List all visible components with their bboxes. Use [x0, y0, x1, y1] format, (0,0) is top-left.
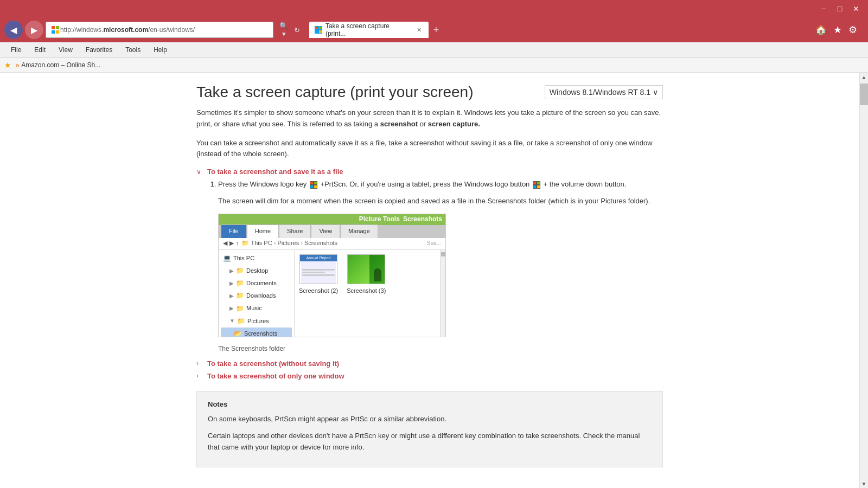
path-pictures: Pictures: [277, 240, 299, 246]
expand-arrow: ▶: [229, 267, 234, 275]
note-1: On some keyboards, PrtScn might appear a…: [208, 414, 652, 425]
explorer-tab-view[interactable]: View: [311, 224, 340, 238]
windows-logo-icon: [52, 26, 59, 34]
ribbon-bar: Picture Tools Screenshots: [219, 214, 445, 225]
section-3: › To take a screenshot of only one windo…: [196, 372, 663, 380]
expand-arrow2: ▶: [229, 279, 234, 288]
explorer-tab-manage[interactable]: Manage: [340, 224, 378, 238]
downloads-folder-icon: 📁: [236, 291, 244, 301]
tab-close-button[interactable]: ✕: [414, 25, 423, 34]
section-1-step-1: Press the Windows logo key +PrtScn. Or, …: [218, 179, 663, 354]
maximize-button[interactable]: □: [832, 3, 847, 14]
browser-body: Take a screen capture (print your screen…: [0, 73, 868, 488]
os-selector[interactable]: Windows 8.1/Windows RT 8.1 ∨: [545, 85, 663, 99]
explorer-scrollbar[interactable]: [440, 250, 445, 337]
notes-title: Notes: [208, 400, 652, 408]
path-text: This PC › Pictures › Screenshots: [251, 239, 338, 248]
menu-view[interactable]: View: [52, 44, 79, 56]
sidebar-music[interactable]: ▶ 📁 Music: [221, 303, 292, 315]
os-selector-label: Windows 8.1/Windows RT 8.1: [550, 88, 650, 97]
refresh-button[interactable]: ↻: [291, 24, 303, 36]
os-selector-chevron: ∨: [653, 88, 658, 97]
home-icon[interactable]: 🏠: [815, 24, 827, 36]
explorer-tab-file[interactable]: File: [221, 224, 247, 238]
tab-windows-icon: [315, 26, 322, 34]
search-dropdown-button[interactable]: 🔍▾: [278, 24, 290, 36]
scroll-thumb[interactable]: [860, 84, 868, 105]
section-2-title: To take a screenshot (without saving it): [207, 359, 339, 368]
section-1: ∨ To take a screenshot and save it as a …: [196, 168, 663, 354]
svg-rect-4: [315, 27, 318, 29]
svg-rect-7: [319, 30, 322, 33]
thumbnail-2[interactable]: Screenshot (3): [347, 254, 386, 332]
menu-help[interactable]: Help: [147, 44, 174, 56]
notes-box: Notes On some keyboards, PrtScn might ap…: [196, 391, 663, 467]
pictures-label: Pictures: [247, 317, 269, 326]
active-tab[interactable]: Take a screen capture (print... ✕: [309, 22, 429, 38]
note-2: Certain laptops and other devices don't …: [208, 431, 652, 453]
section-3-header[interactable]: › To take a screenshot of only one windo…: [196, 372, 663, 380]
address-bar[interactable]: http://windows.microsoft.com/en-us/windo…: [46, 22, 273, 38]
menu-bar: File Edit View Favorites Tools Help: [0, 42, 868, 57]
explorer-tabs: File Home Share View Manage: [219, 225, 445, 238]
content-area[interactable]: Take a screen capture (print your screen…: [0, 73, 859, 488]
explorer-toolbar: ◀ ▶ ↑ 📁 This PC › Pictures ›: [219, 238, 445, 250]
nav-right-icons: 🏠 ★ ⚙: [815, 24, 864, 36]
sidebar-thispc[interactable]: 💻 This PC: [221, 252, 292, 265]
content-inner: Take a screen capture (print your screen…: [186, 73, 674, 488]
section-2: › To take a screenshot (without saving i…: [196, 359, 663, 368]
scroll-down-arrow[interactable]: ▼: [860, 479, 868, 488]
section-1-header[interactable]: ∨ To take a screenshot and save it as a …: [196, 168, 663, 176]
expand-arrow4: ▶: [229, 304, 234, 313]
tab-label: Take a screen capture (print...: [326, 22, 411, 37]
svg-rect-1: [56, 26, 59, 29]
minimize-button[interactable]: −: [816, 3, 831, 14]
menu-file[interactable]: File: [4, 44, 28, 56]
section-1-content: Press the Windows logo key +PrtScn. Or, …: [196, 179, 663, 354]
back-button[interactable]: ◀: [4, 21, 23, 39]
favorites-icon[interactable]: ★: [833, 24, 842, 36]
section-3-arrow: ›: [196, 372, 204, 380]
explorer-tab-home[interactable]: Home: [247, 224, 279, 238]
section-2-arrow: ›: [196, 359, 204, 367]
path-sep2: ›: [301, 240, 304, 246]
documents-folder-icon: 📁: [236, 278, 244, 288]
sidebar-pictures[interactable]: ▼ 📁 Pictures: [221, 315, 292, 328]
menu-edit[interactable]: Edit: [28, 44, 52, 56]
svg-rect-0: [52, 26, 55, 29]
sidebar-desktop[interactable]: ▶ 📁 Desktop: [221, 265, 292, 277]
explorer-content: Annual Report: [295, 250, 440, 337]
explorer-tab-share[interactable]: Share: [279, 224, 311, 238]
section-3-title: To take a screenshot of only one window: [207, 372, 344, 380]
intro-paragraph-2: You can take a screenshot and automatica…: [196, 138, 663, 160]
close-button[interactable]: ✕: [848, 3, 864, 14]
windows-btn-icon: [533, 181, 540, 189]
thumbnail-1[interactable]: Annual Report: [299, 254, 338, 332]
address-text: http://windows.microsoft.com/en-us/windo…: [60, 26, 195, 34]
forward-nav-icon: ▶: [229, 239, 234, 248]
ribbon-screenshots-label: Screenshots: [403, 214, 442, 224]
downloads-label: Downloads: [246, 291, 276, 301]
favorites-amazon[interactable]: a Amazon.com – Online Sh...: [16, 61, 100, 69]
back-nav-icon: ◀: [223, 239, 227, 248]
path-search[interactable]: Sea...: [427, 239, 441, 248]
sidebar-documents[interactable]: ▶ 📁 Documents: [221, 277, 292, 290]
right-scrollbar[interactable]: ▲ ▼: [859, 73, 868, 488]
music-folder-icon: 📁: [236, 304, 244, 314]
page-title-section: Take a screen capture (print your screen…: [196, 84, 663, 101]
forward-button[interactable]: ▶: [25, 21, 43, 39]
sidebar-downloads[interactable]: ▶ 📁 Downloads: [221, 290, 292, 302]
scroll-up-arrow[interactable]: ▲: [860, 73, 868, 81]
expand-arrow3: ▶: [229, 292, 234, 300]
menu-favorites[interactable]: Favorites: [79, 44, 119, 56]
sidebar-screenshots[interactable]: 📂 Screenshots: [221, 328, 292, 337]
new-tab-button[interactable]: +: [429, 22, 444, 37]
thumbnail-2-label: Screenshot (3): [347, 286, 386, 296]
section-2-header[interactable]: › To take a screenshot (without saving i…: [196, 359, 663, 368]
svg-rect-15: [537, 185, 540, 188]
menu-tools[interactable]: Tools: [119, 44, 147, 56]
scroll-track[interactable]: [860, 81, 868, 479]
pictures-folder-icon: 📁: [237, 316, 245, 326]
path-screenshots: Screenshots: [304, 240, 337, 246]
settings-icon[interactable]: ⚙: [848, 24, 857, 36]
